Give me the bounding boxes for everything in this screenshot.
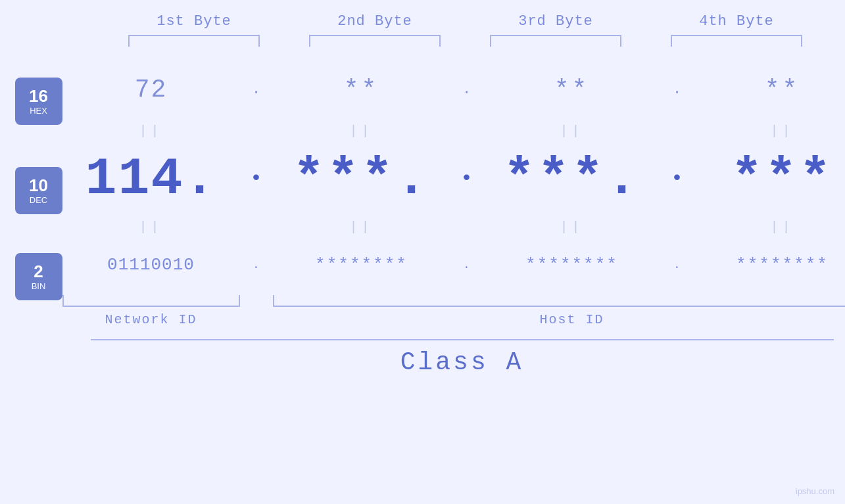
dec-b3: ***. bbox=[483, 149, 661, 209]
dec-b1-value: 114. bbox=[85, 149, 216, 209]
main-layout: 16 HEX 10 DEC 2 BIN bbox=[15, 60, 831, 327]
eq2-b4: || bbox=[694, 219, 846, 235]
bin-b2-value: ******** bbox=[315, 255, 408, 275]
page-container: 1st Byte 2nd Byte 3rd Byte 4th Byte 16 H… bbox=[0, 0, 845, 504]
dec-b4-value: *** bbox=[731, 149, 833, 209]
dec-badge-sub: DEC bbox=[30, 195, 47, 205]
byte2-label: 2nd Byte bbox=[299, 13, 450, 30]
bin-b2: ******** bbox=[273, 255, 450, 275]
dec-sep3: • bbox=[661, 168, 694, 190]
eq1-b1: || bbox=[62, 124, 240, 139]
eq-spacer-1 bbox=[15, 131, 62, 154]
eq1-b4: || bbox=[694, 124, 846, 139]
hex-b2: ** bbox=[273, 76, 450, 104]
hex-dot1-char: . bbox=[252, 81, 260, 98]
hex-b1-value: 72 bbox=[135, 76, 168, 104]
byte1-label: 1st Byte bbox=[118, 13, 270, 30]
bin-badge-sub: BIN bbox=[32, 281, 46, 291]
byte-headers: 1st Byte 2nd Byte 3rd Byte 4th Byte bbox=[104, 13, 827, 30]
byte3-label: 3rd Byte bbox=[480, 13, 631, 30]
class-section: Class A bbox=[91, 339, 834, 377]
bin-row: 01110010 . ******** . ******** . bbox=[62, 239, 846, 291]
top-brackets bbox=[104, 35, 827, 47]
hex-badge-sub: HEX bbox=[30, 106, 47, 116]
dec-badge: 10 DEC bbox=[15, 167, 62, 214]
dec-b2: ***. bbox=[273, 149, 450, 209]
bottom-bracket-hostid bbox=[273, 295, 846, 307]
bottom-label-gap bbox=[240, 312, 273, 327]
bin-b1: 01110010 bbox=[62, 255, 240, 275]
bin-b4: ******** bbox=[694, 255, 846, 275]
host-id-label: Host ID bbox=[273, 312, 846, 327]
dec-sep2: • bbox=[450, 168, 483, 190]
bin-badge-wrap: 2 BIN bbox=[15, 250, 62, 303]
data-column: 72 . ** . ** . ** bbox=[62, 60, 846, 327]
hex-row: 72 . ** . ** . ** bbox=[62, 60, 846, 119]
eq-spacer-2 bbox=[15, 227, 62, 250]
bracket-byte3 bbox=[490, 35, 621, 47]
dec-b2-value: ***. bbox=[293, 149, 429, 209]
hex-badge-num: 16 bbox=[29, 87, 48, 106]
bin-b1-value: 01110010 bbox=[107, 255, 195, 275]
bin-b3-value: ******** bbox=[525, 255, 618, 275]
hex-dot3: . bbox=[661, 81, 694, 98]
eq1-b2: || bbox=[273, 124, 450, 139]
bracket-byte2 bbox=[309, 35, 441, 47]
eq2-b1: || bbox=[62, 219, 240, 235]
bin-b4-value: ******** bbox=[736, 255, 829, 275]
badges-column: 16 HEX 10 DEC 2 BIN bbox=[15, 60, 62, 327]
bin-sep3: . bbox=[661, 258, 694, 271]
dec-sep1: • bbox=[240, 168, 273, 190]
hex-dot1: . bbox=[240, 81, 273, 98]
eq2-b3: || bbox=[483, 219, 661, 235]
hex-b2-value: ** bbox=[344, 76, 379, 104]
hex-badge: 16 HEX bbox=[15, 78, 62, 125]
eq1-b3: || bbox=[483, 124, 661, 139]
hex-b3: ** bbox=[483, 76, 661, 104]
bottom-bracket-gap1 bbox=[240, 295, 273, 307]
class-label: Class A bbox=[400, 348, 524, 377]
eq2-b2: || bbox=[273, 219, 450, 235]
bracket-byte1 bbox=[128, 35, 260, 47]
dec-b1: 114. bbox=[62, 149, 240, 209]
dec-b3-value: ***. bbox=[503, 149, 640, 209]
bin-sep2: . bbox=[450, 258, 483, 271]
hex-dot2: . bbox=[450, 81, 483, 98]
bin-dot3: . bbox=[673, 258, 681, 271]
hex-b1: 72 bbox=[62, 76, 240, 104]
hex-b3-value: ** bbox=[554, 76, 590, 104]
dec-badge-num: 10 bbox=[29, 176, 48, 195]
dec-b4: *** bbox=[694, 149, 846, 209]
bin-dot1: . bbox=[253, 258, 260, 271]
bin-dot2: . bbox=[463, 258, 470, 271]
hex-b4: ** bbox=[694, 76, 846, 104]
bottom-brackets-row bbox=[62, 295, 846, 307]
bin-sep1: . bbox=[240, 258, 273, 271]
hex-dot2-char: . bbox=[462, 81, 471, 98]
eq-row-1: || || || || bbox=[62, 119, 846, 143]
eq-row-2: || || || || bbox=[62, 215, 846, 239]
bin-badge-num: 2 bbox=[34, 262, 43, 281]
dec-dot1: • bbox=[250, 168, 262, 190]
dec-dot3: • bbox=[671, 168, 683, 190]
hex-b4-value: ** bbox=[765, 76, 800, 104]
bracket-byte4 bbox=[671, 35, 802, 47]
dec-dot2: • bbox=[460, 168, 472, 190]
bottom-labels-row: Network ID Host ID bbox=[62, 312, 846, 327]
dec-badge-wrap: 10 DEC bbox=[15, 154, 62, 227]
hex-dot3-char: . bbox=[673, 81, 681, 98]
hex-badge-wrap: 16 HEX bbox=[15, 72, 62, 131]
watermark: ipshu.com bbox=[796, 486, 834, 496]
bottom-bracket-networkid bbox=[62, 295, 240, 307]
network-id-label: Network ID bbox=[62, 312, 240, 327]
bin-badge: 2 BIN bbox=[15, 253, 62, 300]
dec-row: 114. • ***. • ***. • *** bbox=[62, 143, 846, 215]
bin-b3: ******** bbox=[483, 255, 661, 275]
byte4-label: 4th Byte bbox=[661, 13, 812, 30]
